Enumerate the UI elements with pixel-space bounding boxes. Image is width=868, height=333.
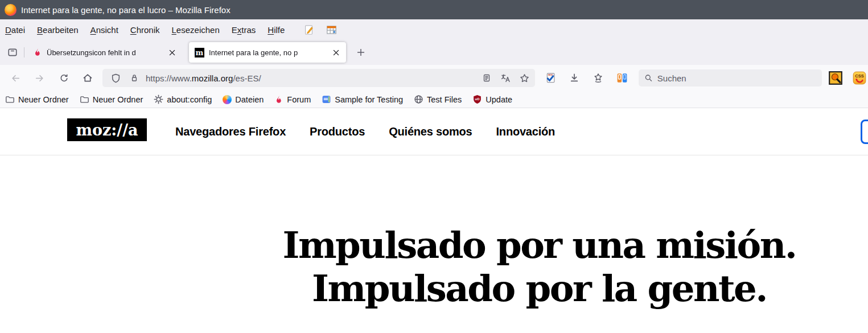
- bookmark-update[interactable]: uO Update: [472, 94, 512, 104]
- menu-ansicht[interactable]: Ansicht: [90, 25, 118, 35]
- plus-icon: [357, 48, 365, 56]
- menu-extras[interactable]: Extras: [232, 25, 256, 35]
- star-base-icon: [593, 73, 603, 83]
- mozilla-m-icon: m: [195, 48, 204, 57]
- svg-text:CSS: CSS: [855, 73, 863, 79]
- menu-datei[interactable]: Datei: [5, 25, 25, 35]
- bookmark-star-icon[interactable]: [517, 71, 532, 85]
- w3c-validator-icon: W3C: [545, 72, 556, 84]
- translate-icon[interactable]: [498, 71, 513, 85]
- tab-separator: [24, 47, 24, 57]
- nav-quienes-somos[interactable]: Quiénes somos: [389, 125, 472, 138]
- ublock-shield-icon: uO: [472, 94, 482, 104]
- bookmark-folder-neuer-ordner-2[interactable]: Neuer Ordner: [80, 94, 143, 104]
- hero-line-1: Impulsado por una misión.: [211, 224, 868, 267]
- zoom-extension-icon[interactable]: [829, 71, 842, 85]
- bookmarks-toolbar: Neuer Ordner Neuer Ordner about:config D…: [0, 91, 868, 108]
- page-content: moz://a Navegadores Firefox Productos Qu…: [0, 108, 868, 333]
- hero-line-2: Impulsado por la gente.: [211, 267, 868, 310]
- reload-button[interactable]: [55, 70, 72, 86]
- bookmark-about-config[interactable]: about:config: [154, 94, 212, 104]
- menu-bar: Datei Bearbeiten Ansicht Chronik Lesezei…: [0, 19, 868, 40]
- forward-button[interactable]: [31, 70, 48, 86]
- new-tab-button[interactable]: [353, 44, 369, 60]
- site-header: moz://a Navegadores Firefox Productos Qu…: [0, 108, 868, 155]
- bookmark-test-files[interactable]: Test Files: [414, 94, 462, 104]
- home-icon: [83, 73, 93, 83]
- nav-navegadores-firefox[interactable]: Navegadores Firefox: [175, 125, 286, 138]
- window-titlebar: Internet para la gente, no para el lucro…: [0, 0, 868, 19]
- bookmark-dateien[interactable]: Dateien: [223, 95, 264, 104]
- firefox-icon: [5, 4, 17, 16]
- lock-icon[interactable]: [127, 71, 142, 85]
- window-title: Internet para la gente, no para el lucro…: [21, 5, 231, 15]
- css-validator-icon[interactable]: CSS: [853, 71, 866, 85]
- bookmark-sample-for-testing[interactable]: Sample for Testing: [322, 94, 403, 104]
- w3c-validator-button[interactable]: W3C: [542, 70, 559, 86]
- downloads-button[interactable]: [566, 70, 583, 86]
- tab-title: Übersetzungsicon fehlt in d: [47, 48, 162, 57]
- menu-hilfe[interactable]: Hilfe: [268, 25, 285, 35]
- tab-uebersetzungsicon[interactable]: Übersetzungsicon fehlt in d: [27, 42, 182, 63]
- folder-icon: [80, 94, 89, 104]
- home-button[interactable]: [79, 70, 96, 86]
- mozilla-logo[interactable]: moz://a: [67, 118, 147, 141]
- url-text[interactable]: https://www.mozilla.org/es-ES/: [146, 73, 475, 83]
- search-bar[interactable]: [639, 69, 822, 87]
- fontanello-icon: [616, 72, 628, 84]
- bookmark-forum[interactable]: Forum: [274, 95, 311, 104]
- address-bar[interactable]: https://www.mozilla.org/es-ES/: [102, 69, 535, 87]
- tab-bar: Übersetzungsicon fehlt in d m Internet p…: [0, 40, 868, 65]
- site-navigation: Navegadores Firefox Productos Quiénes so…: [175, 108, 555, 155]
- menu-chronik[interactable]: Chronik: [130, 25, 160, 35]
- note-edit-icon[interactable]: [303, 24, 314, 35]
- tab-close-button[interactable]: [166, 47, 178, 58]
- download-firefox-button[interactable]: [861, 120, 868, 144]
- reader-mode-icon[interactable]: [479, 71, 494, 85]
- fontanello-button[interactable]: [614, 70, 631, 86]
- tracking-shield-icon[interactable]: [108, 71, 123, 85]
- tab-mozilla-active[interactable]: m Internet para la gente, no p: [189, 42, 346, 63]
- star-base-button[interactable]: [590, 70, 607, 86]
- reload-icon: [59, 73, 69, 83]
- hero-heading: Impulsado por una misión. Impulsado por …: [211, 224, 868, 310]
- back-icon: [11, 73, 20, 83]
- firefox-view-icon: [7, 47, 18, 57]
- forward-icon: [35, 73, 44, 83]
- bookmark-folder-neuer-ordner-1[interactable]: Neuer Ordner: [5, 94, 69, 104]
- flame-icon: [274, 95, 283, 104]
- navigation-toolbar: https://www.mozilla.org/es-ES/ W3C CSS: [0, 65, 868, 91]
- flame-icon: [33, 48, 42, 57]
- blue-book-icon: [322, 94, 331, 104]
- folder-icon: [5, 94, 15, 104]
- table-icon[interactable]: [326, 24, 337, 35]
- close-icon: [169, 50, 175, 56]
- search-icon: [644, 73, 653, 83]
- tab-close-button[interactable]: [330, 47, 342, 58]
- tab-title: Internet para la gente, no p: [209, 48, 326, 57]
- gear-icon: [154, 94, 163, 104]
- nav-productos[interactable]: Productos: [310, 125, 365, 138]
- nav-innovacion[interactable]: Innovación: [496, 125, 556, 138]
- globe-icon: [414, 94, 423, 104]
- svg-text:uO: uO: [475, 97, 480, 101]
- close-icon: [333, 50, 339, 56]
- search-input[interactable]: [657, 73, 816, 83]
- back-button[interactable]: [7, 70, 24, 86]
- menu-bearbeiten[interactable]: Bearbeiten: [37, 25, 79, 35]
- firefox-view-button[interactable]: [5, 44, 20, 60]
- firefox-colorful-icon: [223, 95, 232, 104]
- download-icon: [569, 73, 579, 83]
- menu-lesezeichen[interactable]: Lesezeichen: [172, 25, 220, 35]
